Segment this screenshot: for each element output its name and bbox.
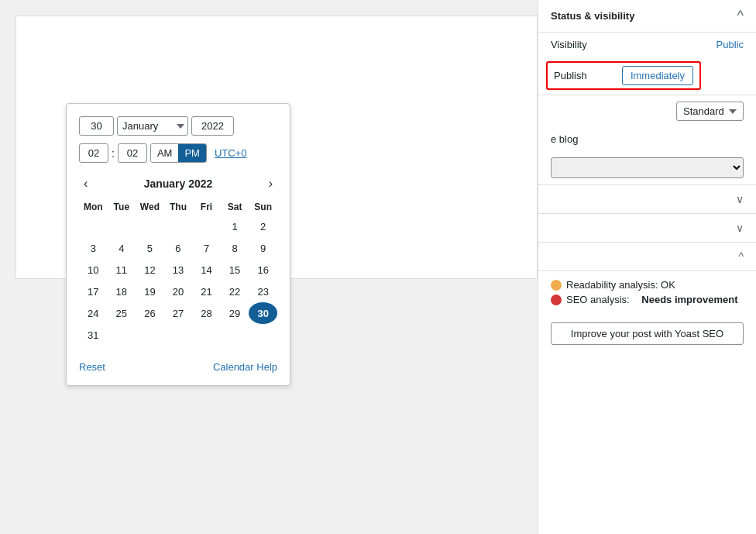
calendar-nav: ‹ January 2022 › [79,175,277,192]
prev-month-button[interactable]: ‹ [79,175,92,192]
yoast-header-row[interactable]: ^ [538,242,756,270]
calendar-day[interactable]: 22 [221,281,249,302]
calendar-day[interactable]: 25 [108,302,136,324]
weekday-header-row: Mon Tue Wed Thu Fri Sat Sun [79,198,277,215]
calendar-day[interactable]: 7 [192,237,221,259]
chevron-down-icon-2: ∨ [736,222,744,234]
publish-highlight-box: Publish Immediately [546,61,701,90]
calendar-day[interactable]: 21 [192,281,221,302]
calendar-day-empty [164,324,193,346]
blog-text: e blog [538,127,756,151]
calendar-day[interactable]: 9 [249,237,277,259]
calendar-day[interactable]: 31 [79,324,108,346]
seo-dot [551,295,562,305]
section-row-1[interactable]: ∨ [538,184,756,213]
calendar-day[interactable]: 28 [192,302,221,324]
yoast-improve-button[interactable]: Improve your post with Yoast SEO [551,322,744,345]
immediately-button[interactable]: Immediately [622,66,693,85]
month-year-label: January 2022 [144,177,213,190]
readability-item: Readability analysis: OK [551,279,744,291]
calendar-week-row: 24252627282930 [79,302,277,324]
collapse-icon[interactable]: ^ [737,8,744,24]
calendar-day[interactable]: 13 [164,259,193,281]
category-select[interactable] [551,157,744,178]
calendar-day-empty [221,324,249,346]
calendar-day[interactable]: 2 [249,215,277,237]
calendar-day-empty [136,215,164,237]
calendar-day[interactable]: 5 [136,237,164,259]
utc-label[interactable]: UTC+0 [215,147,247,159]
month-select[interactable]: January February March April May June Ju… [117,116,188,136]
weekday-sun: Sun [249,198,277,215]
sidebar: Status & visibility ^ Visibility Public … [538,0,756,534]
pm-button[interactable]: PM [178,144,206,162]
calendar-week-row: 10111213141516 [79,259,277,281]
calendar-day[interactable]: 8 [221,237,249,259]
hour-input[interactable] [79,143,108,163]
minute-input[interactable] [118,143,147,163]
calendar-day-empty [164,215,193,237]
calendar-day[interactable]: 1 [221,215,249,237]
calendar-day-empty [249,324,277,346]
content-area: 30 January February March April May June… [0,0,538,534]
format-row: Standard Aside Image Video Quote Link [538,95,756,127]
calendar-grid: Mon Tue Wed Thu Fri Sat Sun 123456789101… [79,198,277,346]
calendar-day[interactable]: 26 [136,302,164,324]
yoast-area: Readability analysis: OK SEO analysis: N… [538,270,756,316]
calendar-day[interactable]: 18 [108,281,136,302]
calendar-day[interactable]: 30 [249,302,277,324]
weekday-tue: Tue [108,198,136,215]
calendar-day[interactable]: 6 [164,237,193,259]
calendar-footer: Reset Calendar Help [79,355,277,373]
calendar-day[interactable]: 24 [79,302,108,324]
publish-label: Publish [554,70,587,81]
readability-label: Readability analysis: OK [566,279,675,291]
calendar-day[interactable]: 17 [79,281,108,302]
page-wrapper: 30 January February March April May June… [0,0,756,534]
calendar-day-empty [192,215,221,237]
ampm-group: AM PM [150,143,207,163]
visibility-value[interactable]: Public [716,39,744,50]
seo-label: SEO analysis: [566,294,630,305]
calendar-day[interactable]: 20 [164,281,193,302]
calendar-week-row: 12 [79,215,277,237]
calendar-day[interactable]: 15 [221,259,249,281]
weekday-sat: Sat [221,198,249,215]
calendar-week-row: 31 [79,324,277,346]
time-separator: : [112,147,115,160]
panel-title: Status & visibility [551,10,634,22]
calendar-day[interactable]: 29 [221,302,249,324]
calendar-day-empty [108,324,136,346]
visibility-row: Visibility Public [538,33,756,57]
format-select[interactable]: Standard Aside Image Video Quote Link [676,102,744,121]
reset-link[interactable]: Reset [79,361,105,373]
chevron-up-icon: ^ [738,250,744,263]
calendar-day-empty [136,324,164,346]
calendar-day-empty [108,215,136,237]
calendar-day[interactable]: 3 [79,237,108,259]
chevron-down-icon-1: ∨ [736,193,744,205]
calendar-day-empty [79,215,108,237]
weekday-fri: Fri [192,198,221,215]
day-input[interactable]: 30 [79,116,114,136]
calendar-day[interactable]: 23 [249,281,277,302]
calendar-help-link[interactable]: Calendar Help [213,361,277,373]
time-row: : AM PM UTC+0 [79,143,277,163]
calendar-day[interactable]: 14 [192,259,221,281]
year-input[interactable]: 2022 [191,116,234,136]
section-row-2[interactable]: ∨ [538,213,756,242]
calendar-day[interactable]: 16 [249,259,277,281]
calendar-week-row: 3456789 [79,237,277,259]
weekday-mon: Mon [79,198,108,215]
calendar-day[interactable]: 4 [108,237,136,259]
calendar-day[interactable]: 27 [164,302,193,324]
calendar-day[interactable]: 10 [79,259,108,281]
am-button[interactable]: AM [151,144,179,162]
weekday-wed: Wed [136,198,164,215]
next-month-button[interactable]: › [264,175,277,192]
calendar-day[interactable]: 12 [136,259,164,281]
calendar-day[interactable]: 19 [136,281,164,302]
dropdown-selector-row [538,151,756,184]
date-row: 30 January February March April May June… [79,116,277,136]
calendar-day[interactable]: 11 [108,259,136,281]
